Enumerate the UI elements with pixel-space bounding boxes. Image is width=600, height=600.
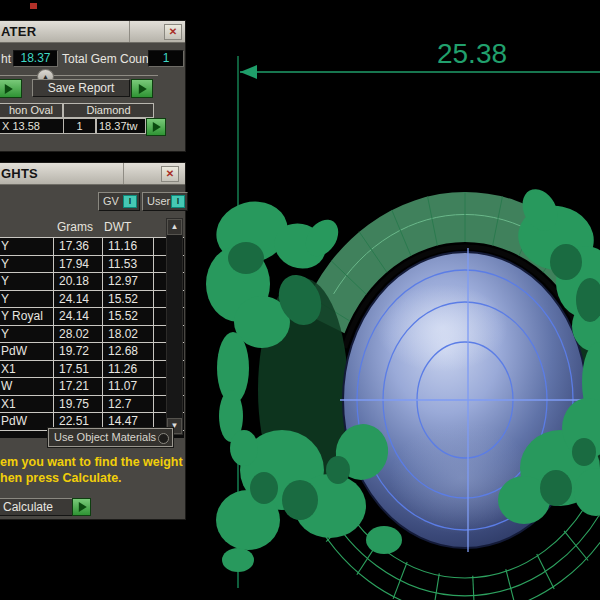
cell-dwt: 11.16: [103, 238, 154, 255]
total-gem-count-label: Total Gem Count: [62, 52, 152, 66]
play-icon: [5, 84, 13, 94]
red-marker: [30, 3, 37, 9]
user-toggle-button[interactable]: User I: [142, 192, 188, 211]
cell-extra: [154, 291, 165, 308]
materials-dropdown[interactable]: Use Object Materials: [48, 428, 173, 447]
cell-name: Y: [0, 256, 54, 273]
scroll-up-icon: ▲: [171, 222, 179, 231]
total-gem-weight-field[interactable]: 18.37: [13, 50, 58, 67]
cell-extra: [154, 256, 165, 273]
cell-name: W: [0, 378, 54, 395]
panel-title: ATER: [1, 24, 36, 39]
user-label: User: [147, 195, 170, 207]
gv-label: GV: [103, 195, 119, 207]
cell-grams: 19.75: [54, 396, 103, 413]
play-icon: [139, 84, 147, 94]
cell-grams: 17.36: [54, 238, 103, 255]
dimension-arrow-icon: [240, 65, 257, 79]
cell-extra: [154, 378, 165, 395]
cell-name: PdW: [0, 413, 54, 430]
calculate-button[interactable]: Calculate: [0, 498, 76, 516]
table-row[interactable]: Y28.0218.02: [0, 326, 184, 344]
cell-name: Y: [0, 326, 54, 343]
table-row[interactable]: X117.5111.26: [0, 361, 184, 379]
gv-indicator: I: [123, 195, 137, 208]
weights-titlebar[interactable]: GHTS ✕: [0, 163, 185, 185]
dimension-annotation: 25.38: [240, 38, 600, 79]
cell-extra: [154, 238, 165, 255]
titlebar-divider: [123, 163, 124, 184]
materials-dropdown-value: Use Object Materials: [54, 431, 156, 443]
instruction-line-1: em you want to find the weight: [0, 455, 183, 469]
weights-table: Grams DWT Y17.3611.16Y17.9411.53Y20.1812…: [0, 218, 184, 438]
close-icon[interactable]: ✕: [164, 24, 182, 40]
cell-dwt: 15.52: [103, 291, 154, 308]
gem-shape-header: hon Oval: [0, 103, 63, 118]
cell-name: PdW: [0, 343, 54, 360]
dwt-header: DWT: [104, 220, 131, 234]
gem-weight-cell[interactable]: 18.37tw: [96, 118, 146, 134]
gem-row-arrow-button[interactable]: [146, 118, 166, 136]
cell-dwt: 15.52: [103, 308, 154, 325]
cell-grams: 17.51: [54, 361, 103, 378]
collapse-divider: [0, 75, 158, 76]
gem-count-cell[interactable]: 1: [63, 118, 96, 134]
cell-name: Y: [0, 291, 54, 308]
play-icon: [78, 502, 86, 512]
table-row[interactable]: Y Royal24.1415.52: [0, 308, 184, 326]
gem-material-header: Diamond: [63, 103, 154, 118]
user-indicator: I: [171, 195, 185, 208]
cell-dwt: 12.68: [103, 343, 154, 360]
cell-extra: [154, 343, 165, 360]
dimension-value: 25.38: [437, 38, 507, 69]
calculate-arrow-button[interactable]: [72, 498, 91, 516]
cell-extra: [154, 396, 165, 413]
cell-grams: 24.14: [54, 308, 103, 325]
cell-dwt: 11.26: [103, 361, 154, 378]
dropdown-circle-icon: [158, 433, 169, 444]
cell-grams: 20.18: [54, 273, 103, 290]
total-gem-count-field[interactable]: 1: [148, 50, 184, 67]
cell-dwt: 11.53: [103, 256, 154, 273]
cell-extra: [154, 326, 165, 343]
cell-grams: 24.14: [54, 291, 103, 308]
cell-extra: [154, 273, 165, 290]
grams-header: Grams: [57, 220, 93, 234]
table-row[interactable]: X119.7512.7: [0, 396, 184, 414]
scroll-up-button[interactable]: ▲: [167, 219, 182, 235]
cell-dwt: 12.97: [103, 273, 154, 290]
gem-size-cell[interactable]: X 13.58: [0, 118, 65, 134]
cell-name: Y: [0, 273, 54, 290]
weights-table-body: Y17.3611.16Y17.9411.53Y20.1812.97Y24.141…: [0, 237, 184, 438]
panel-title: GHTS: [1, 166, 38, 181]
save-report-arrow-button[interactable]: [131, 79, 153, 98]
gem-weight-label: ht: [1, 52, 11, 66]
weights-scrollbar[interactable]: ▲ ▼: [166, 218, 183, 435]
gem-calculator-titlebar[interactable]: ATER ✕: [0, 21, 185, 43]
cell-name: X1: [0, 396, 54, 413]
titlebar-divider: [129, 21, 130, 42]
gv-toggle-button[interactable]: GV I: [98, 192, 140, 211]
cell-grams: 17.21: [54, 378, 103, 395]
cell-grams: 17.94: [54, 256, 103, 273]
weights-panel: GHTS ✕ GV I User I Grams DWT Y17.3611.16…: [0, 162, 186, 520]
gem-calculator-panel: ATER ✕ ht 18.37 Total Gem Count 1 ▲ Save…: [0, 20, 186, 152]
cell-dwt: 12.7: [103, 396, 154, 413]
close-icon[interactable]: ✕: [161, 166, 179, 182]
table-row[interactable]: Y20.1812.97: [0, 273, 184, 291]
play-icon: [153, 122, 161, 132]
cell-grams: 19.72: [54, 343, 103, 360]
cell-name: Y Royal: [0, 308, 54, 325]
cell-extra: [154, 308, 165, 325]
table-row[interactable]: PdW19.7212.68: [0, 343, 184, 361]
table-row[interactable]: Y24.1415.52: [0, 291, 184, 309]
save-report-button[interactable]: Save Report: [32, 79, 130, 97]
table-row[interactable]: Y17.3611.16: [0, 238, 184, 256]
weights-table-header: Grams DWT: [0, 218, 184, 237]
table-row[interactable]: W17.2111.07: [0, 378, 184, 396]
table-row[interactable]: Y17.9411.53: [0, 256, 184, 274]
cell-name: [0, 431, 54, 438]
cell-grams: 28.02: [54, 326, 103, 343]
cell-name: Y: [0, 238, 54, 255]
report-arrow-button[interactable]: [0, 79, 22, 98]
